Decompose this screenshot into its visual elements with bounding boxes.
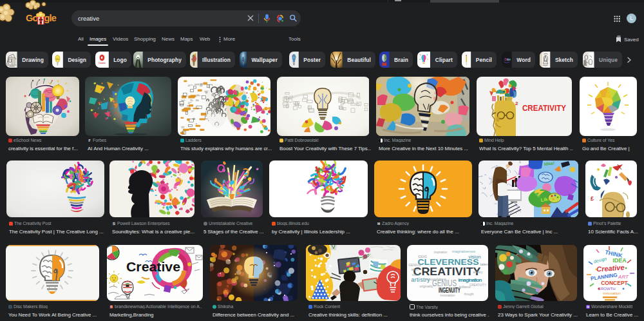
svg-text:Creative: Creative — [99, 62, 106, 64]
svg-text:Creative: Creative — [126, 259, 180, 274]
svg-text:thought: thought — [464, 293, 474, 296]
svg-text:talent: talent — [411, 268, 419, 271]
svg-text:talen: talen — [480, 262, 488, 266]
svg-text:CONCEPT: CONCEPT — [601, 280, 628, 286]
svg-text:ART: ART — [618, 274, 629, 280]
svg-text:innovation: innovation — [603, 291, 620, 295]
svg-text:IDEAS: IDEAS — [418, 255, 427, 258]
svg-text:brilliance: brilliance — [459, 286, 471, 289]
svg-text:originality: originality — [419, 284, 433, 288]
svg-text:CREATIVITY: CREATIVITY — [469, 284, 486, 287]
svg-text:inspiration: inspiration — [434, 251, 448, 254]
svg-text:artistry: artistry — [473, 270, 484, 274]
svg-text:imagination: imagination — [459, 277, 482, 283]
svg-text:Idea: Idea — [56, 57, 59, 61]
svg-text:vision: vision — [468, 254, 480, 260]
svg-text:vision: vision — [412, 273, 421, 277]
svg-text:tive: tive — [507, 58, 511, 62]
svg-text:resourcefulness: resourcefulness — [426, 278, 447, 281]
svg-text:2: 2 — [515, 101, 518, 106]
svg-text:£: £ — [591, 195, 594, 202]
svg-text:GENIUS: GENIUS — [408, 263, 421, 267]
svg-text:CREATIVITY: CREATIVITY — [522, 103, 566, 113]
svg-text:gle: gle — [44, 13, 57, 23]
svg-text:GROWTH: GROWTH — [598, 287, 615, 291]
svg-text:innovation: innovation — [440, 293, 455, 297]
svg-text:IDEA: IDEA — [612, 257, 627, 264]
svg-text:imaginativeness: imaginativeness — [452, 249, 475, 253]
